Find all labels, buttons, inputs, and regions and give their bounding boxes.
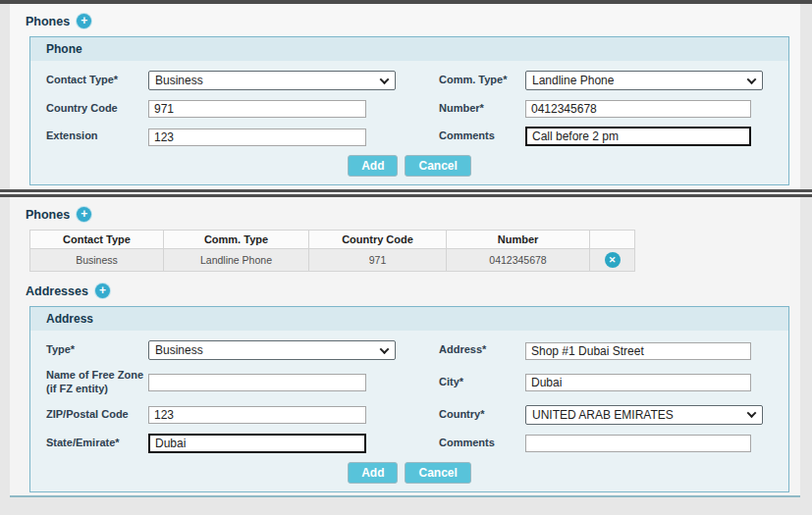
cell-delete: ✕ (590, 249, 635, 272)
address-form-section: Phones + Contact Type Comm. Type Country… (10, 197, 800, 497)
address-form-row-2: Name of Free Zone (if FZ entity) City* (46, 369, 773, 396)
country-code-input[interactable] (148, 100, 366, 118)
add-phone-plus-icon[interactable]: + (77, 14, 91, 28)
chevron-down-icon (380, 75, 390, 84)
address-panel-body: Type* Business Address* Name of Free Zon… (30, 331, 788, 491)
phone-comments-label: Comments (439, 129, 525, 143)
city-label: City* (439, 376, 525, 389)
col-delete (590, 231, 635, 249)
address-form-row-3: ZIP/Postal Code Country* UNITED ARAB EMI… (46, 405, 773, 425)
chevron-down-icon (747, 408, 757, 418)
free-zone-input[interactable] (148, 374, 366, 391)
address-label: Address* (439, 343, 525, 357)
state-emirate-input[interactable] (148, 434, 366, 453)
extension-label: Extension (46, 129, 148, 143)
phone-comments-input[interactable] (525, 127, 751, 146)
address-panel: Address Type* Business Address* Name of … (29, 306, 789, 492)
number-label: Number* (439, 102, 525, 116)
address-input[interactable] (525, 342, 751, 360)
country-label: Country* (439, 408, 525, 422)
number-input[interactable] (525, 100, 751, 118)
col-country-code: Country Code (309, 231, 447, 249)
chevron-down-icon (380, 344, 390, 354)
phone-form-buttons: Add Cancel (46, 155, 773, 177)
phone-form-row-3: Extension Comments (46, 127, 773, 146)
country-select[interactable]: UNITED ARAB EMIRATES (525, 405, 763, 425)
col-contact-type: Contact Type (30, 231, 164, 249)
phone-form-row-1: Contact Type* Business Comm. Type* Landl… (46, 71, 773, 90)
address-type-label: Type* (46, 343, 148, 357)
phone-panel-title: Phone (30, 37, 788, 61)
address-type-selected-value: Business (155, 343, 203, 357)
address-panel-title: Address (30, 307, 788, 331)
extension-input[interactable] (148, 129, 366, 146)
phones-heading-label: Phones (26, 15, 70, 28)
address-comments-label: Comments (439, 437, 525, 450)
zip-input[interactable] (148, 406, 366, 424)
phone-panel: Phone Contact Type* Business Comm. Type*… (29, 36, 789, 185)
address-comments-input[interactable] (525, 435, 751, 452)
phones-table-header-row: Contact Type Comm. Type Country Code Num… (30, 231, 635, 249)
address-add-button[interactable]: Add (348, 462, 398, 484)
phone-form-section: Phones + Phone Contact Type* Business Co… (10, 4, 800, 189)
country-selected-value: UNITED ARAB EMIRATES (532, 408, 674, 422)
address-form-row-1: Type* Business Address* (46, 340, 773, 360)
addresses-heading: Addresses + (26, 283, 788, 298)
phones-list-heading: Phones + (26, 207, 788, 222)
col-number: Number (447, 231, 590, 249)
cell-contact-type: Business (30, 249, 164, 272)
address-form-buttons: Add Cancel (46, 462, 773, 484)
phone-cancel-button[interactable]: Cancel (405, 155, 470, 177)
cell-country-code: 971 (309, 249, 447, 272)
contact-type-label: Contact Type* (46, 74, 148, 87)
country-code-label: Country Code (46, 102, 148, 116)
city-input[interactable] (525, 374, 751, 391)
phone-form-row-2: Country Code Number* (46, 99, 773, 118)
address-form-row-4: State/Emirate* Comments (46, 434, 773, 453)
comm-type-label: Comm. Type* (439, 74, 525, 87)
screenshot-divider (0, 189, 812, 197)
phones-table: Contact Type Comm. Type Country Code Num… (29, 230, 635, 272)
address-type-select[interactable]: Business (148, 340, 396, 360)
addresses-heading-label: Addresses (26, 284, 88, 298)
add-address-plus-icon[interactable]: + (95, 283, 110, 298)
cell-number: 0412345678 (447, 249, 590, 272)
cell-comm-type: Landline Phone (164, 249, 309, 272)
comm-type-select[interactable]: Landline Phone (525, 71, 763, 90)
phone-add-button[interactable]: Add (348, 155, 398, 177)
chevron-down-icon (747, 75, 757, 84)
phones-heading: Phones + (26, 14, 788, 28)
contact-type-selected-value: Business (155, 74, 203, 87)
table-row: Business Landline Phone 971 0412345678 ✕ (30, 249, 635, 272)
zip-label: ZIP/Postal Code (46, 408, 148, 422)
delete-phone-icon[interactable]: ✕ (605, 252, 621, 268)
free-zone-label: Name of Free Zone (if FZ entity) (46, 369, 148, 396)
address-cancel-button[interactable]: Cancel (405, 462, 470, 484)
add-phone-plus-icon[interactable]: + (77, 207, 91, 222)
phone-panel-body: Contact Type* Business Comm. Type* Landl… (30, 61, 788, 184)
comm-type-selected-value: Landline Phone (532, 74, 614, 87)
col-comm-type: Comm. Type (164, 231, 309, 249)
phones-list-heading-label: Phones (26, 208, 70, 222)
contact-type-select[interactable]: Business (148, 71, 396, 90)
state-emirate-label: State/Emirate* (46, 437, 148, 450)
